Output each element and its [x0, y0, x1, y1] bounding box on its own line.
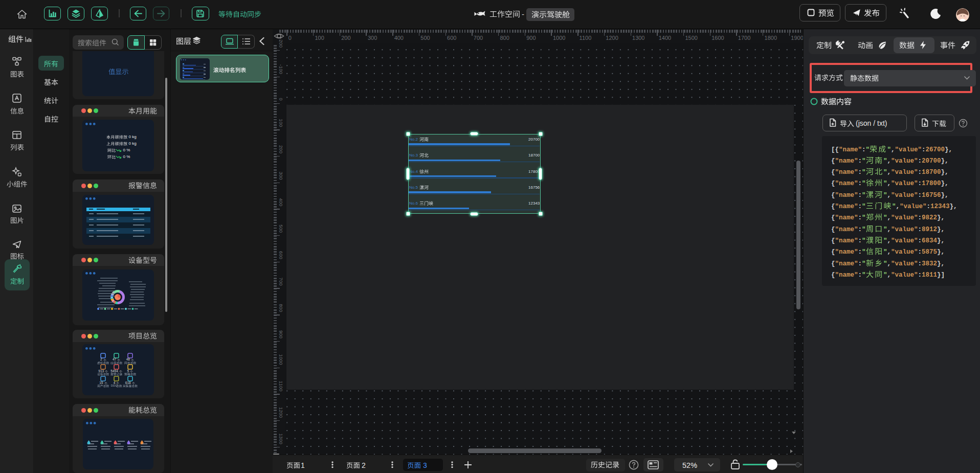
svg-text:100: 100 — [278, 119, 284, 127]
svg-text:700: 700 — [278, 278, 284, 286]
svg-text:-100: -100 — [278, 64, 284, 74]
svg-text:0: 0 — [278, 98, 284, 100]
svg-text:300: 300 — [278, 172, 284, 180]
svg-text:1000: 1000 — [278, 354, 284, 365]
svg-text:200: 200 — [278, 145, 284, 153]
svg-text:900: 900 — [278, 330, 284, 339]
svg-text:1300: 1300 — [278, 434, 284, 444]
svg-text:600: 600 — [278, 251, 284, 259]
svg-text:400: 400 — [278, 198, 284, 206]
svg-text:1100: 1100 — [278, 381, 284, 391]
svg-text:500: 500 — [278, 224, 284, 233]
svg-text:1200: 1200 — [278, 407, 284, 418]
svg-text:800: 800 — [278, 304, 284, 312]
